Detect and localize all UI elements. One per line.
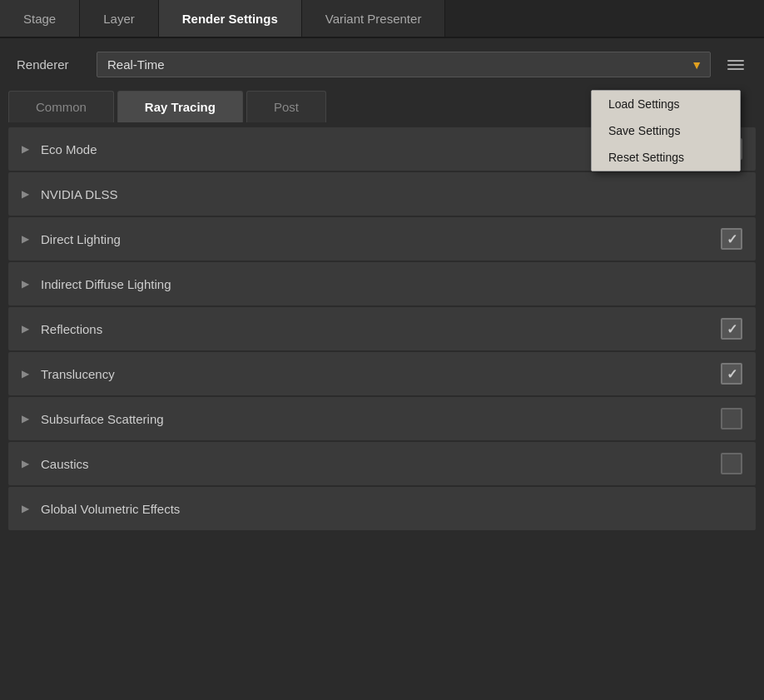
setting-label-reflections: Reflections (41, 322, 721, 336)
renderer-select[interactable]: Real-Time (97, 52, 711, 77)
setting-label-subsurface-scattering: Subsurface Scattering (41, 412, 721, 426)
chevron-right-icon: ▶ (22, 368, 29, 380)
chevron-right-icon: ▶ (22, 503, 29, 514)
setting-row-indirect-diffuse-lighting[interactable]: ▶Indirect Diffuse Lighting (8, 262, 756, 305)
setting-label-indirect-diffuse-lighting: Indirect Diffuse Lighting (41, 277, 742, 291)
chevron-right-icon: ▶ (22, 323, 29, 335)
setting-label-global-volumetric-effects: Global Volumetric Effects (41, 502, 742, 516)
checkbox-caustics[interactable] (721, 453, 742, 474)
setting-row-global-volumetric-effects[interactable]: ▶Global Volumetric Effects (8, 487, 756, 530)
context-menu-item-load-settings[interactable]: Load Settings (592, 91, 740, 117)
sub-tab-post[interactable]: Post (246, 91, 326, 122)
renderer-label: Renderer (17, 57, 83, 72)
setting-label-translucency: Translucency (41, 367, 721, 381)
checkbox-translucency[interactable] (721, 363, 742, 385)
chevron-right-icon: ▶ (22, 233, 29, 245)
checkbox-direct-lighting[interactable] (721, 228, 742, 250)
setting-row-direct-lighting[interactable]: ▶Direct Lighting (8, 217, 756, 261)
setting-row-reflections[interactable]: ▶Reflections (8, 307, 756, 350)
tab-render-settings[interactable]: Render Settings (159, 0, 302, 37)
setting-row-caustics[interactable]: ▶Caustics (8, 442, 756, 485)
chevron-right-icon: ▶ (22, 143, 29, 155)
sub-tab-ray-tracing[interactable]: Ray Tracing (117, 91, 243, 122)
tab-layer[interactable]: Layer (80, 0, 159, 37)
sub-tab-common[interactable]: Common (8, 91, 114, 122)
settings-list: ▶Eco Mode▶NVIDIA DLSS▶Direct Lighting▶In… (0, 124, 764, 534)
setting-label-caustics: Caustics (41, 457, 721, 471)
chevron-right-icon: ▶ (22, 458, 29, 469)
renderer-select-wrapper: Real-Time ▼ (97, 52, 711, 77)
renderer-menu-button[interactable] (724, 57, 747, 73)
chevron-right-icon: ▶ (22, 188, 29, 200)
tab-stage[interactable]: Stage (0, 0, 80, 37)
setting-label-nvidia-dlss: NVIDIA DLSS (41, 187, 742, 201)
context-menu: Load SettingsSave SettingsReset Settings (591, 90, 741, 171)
context-menu-item-reset-settings[interactable]: Reset Settings (592, 144, 740, 171)
renderer-row: Renderer Real-Time ▼ (0, 38, 764, 91)
main-tab-bar: StageLayerRender SettingsVariant Present… (0, 0, 764, 38)
chevron-right-icon: ▶ (22, 413, 29, 424)
setting-row-translucency[interactable]: ▶Translucency (8, 352, 756, 395)
checkbox-subsurface-scattering[interactable] (721, 408, 742, 429)
setting-label-direct-lighting: Direct Lighting (41, 232, 721, 246)
tab-variant-presenter[interactable]: Variant Presenter (302, 0, 446, 37)
chevron-right-icon: ▶ (22, 278, 29, 290)
setting-row-nvidia-dlss[interactable]: ▶NVIDIA DLSS (8, 172, 756, 216)
checkbox-reflections[interactable] (721, 318, 742, 340)
setting-row-subsurface-scattering[interactable]: ▶Subsurface Scattering (8, 397, 756, 440)
context-menu-item-save-settings[interactable]: Save Settings (592, 117, 740, 144)
